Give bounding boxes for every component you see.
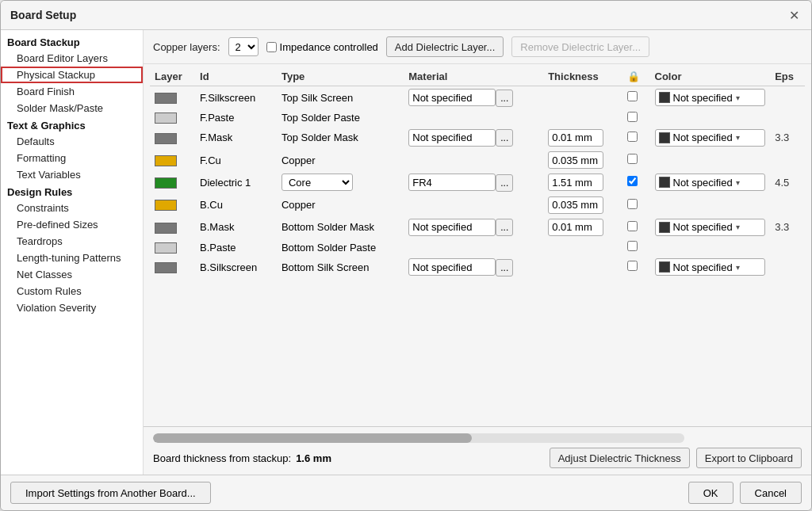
lock-checkbox[interactable] — [627, 241, 638, 251]
stackup-table: Layer Id Type Material Thickness 🔒 Color… — [150, 67, 805, 279]
layer-swatch — [155, 93, 177, 104]
color-cell: Not specified▾ — [650, 256, 771, 279]
material-cell: ... — [404, 127, 543, 150]
remove-dielectric-button[interactable]: Remove Dielectric Layer... — [511, 36, 649, 57]
thickness-input[interactable] — [548, 196, 603, 214]
sidebar-item-teardrops[interactable]: Teardrops — [1, 233, 143, 250]
chevron-down-icon: ▾ — [736, 178, 740, 187]
material-input[interactable] — [408, 89, 496, 106]
material-input[interactable] — [408, 258, 496, 276]
thickness-cell — [543, 216, 622, 239]
lock-checkbox[interactable] — [627, 221, 638, 231]
sidebar-item-pre-defined-sizes[interactable]: Pre-defined Sizes — [1, 216, 143, 233]
layer-id: F.Paste — [195, 109, 277, 127]
impedance-controlled-checkbox[interactable] — [266, 42, 277, 52]
material-dots-button[interactable]: ... — [496, 174, 513, 192]
color-cell: Not specified▾ — [650, 171, 771, 194]
horizontal-scrollbar[interactable] — [153, 433, 684, 443]
sidebar-group-0[interactable]: Board Stackup — [1, 33, 143, 50]
thickness-input[interactable] — [548, 151, 603, 169]
dialog-footer: Import Settings from Another Board... OK… — [1, 475, 811, 510]
color-dropdown[interactable]: Not specified▾ — [655, 129, 766, 147]
ok-button[interactable]: OK — [688, 482, 733, 504]
lock-checkbox[interactable] — [627, 112, 638, 122]
thickness-input[interactable] — [548, 174, 603, 191]
thickness-value: 1.6 mm — [296, 452, 331, 464]
layer-id: B.Silkscreen — [195, 256, 277, 279]
dialog-body: Board StackupBoard Editor LayersPhysical… — [1, 30, 811, 475]
thickness-cell — [543, 171, 622, 194]
material-dots-button[interactable]: ... — [496, 259, 513, 276]
copper-layers-label: Copper layers: — [153, 41, 220, 53]
material-input[interactable] — [408, 219, 496, 236]
eps-value — [770, 86, 805, 109]
impedance-controlled-label[interactable]: Impedance controlled — [266, 41, 378, 53]
layer-swatch — [155, 262, 177, 273]
lock-cell — [622, 256, 649, 279]
export-clipboard-button[interactable]: Export to Clipboard — [696, 448, 802, 468]
color-dropdown[interactable]: Not specified▾ — [655, 89, 766, 106]
color-cell — [650, 194, 771, 216]
lock-checkbox[interactable] — [627, 261, 638, 271]
thickness-input[interactable] — [548, 129, 603, 147]
layer-swatch — [155, 177, 177, 189]
table-row: B.SilkscreenBottom Silk Screen...Not spe… — [150, 256, 805, 279]
cancel-button[interactable]: Cancel — [740, 482, 802, 504]
table-row: B.CuCopper — [150, 194, 805, 216]
type-select[interactable]: Core — [282, 174, 353, 191]
sidebar-group-2[interactable]: Design Rules — [1, 183, 143, 200]
col-eps: Eps — [770, 67, 805, 86]
lock-checkbox[interactable] — [627, 199, 638, 209]
col-layer: Layer — [150, 67, 195, 86]
lock-checkbox[interactable] — [627, 91, 638, 101]
sidebar-item-custom-rules[interactable]: Custom Rules — [1, 283, 143, 299]
material-dots-button[interactable]: ... — [496, 129, 513, 147]
sidebar-item-violation-severity[interactable]: Violation Severity — [1, 299, 143, 316]
layer-swatch — [155, 133, 177, 144]
sidebar-item-physical-stackup[interactable]: Physical Stackup — [1, 67, 143, 83]
color-dropdown[interactable]: Not specified▾ — [655, 258, 766, 276]
sidebar-item-defaults[interactable]: Defaults — [1, 133, 143, 150]
chevron-down-icon: ▾ — [736, 263, 740, 272]
copper-layers-select[interactable]: 2 4 6 — [228, 37, 259, 56]
close-button[interactable]: ✕ — [786, 7, 802, 23]
color-label: Not specified — [673, 221, 733, 233]
color-dropdown[interactable]: Not specified▾ — [655, 174, 766, 191]
sidebar-group-1[interactable]: Text & Graphics — [1, 116, 143, 133]
sidebar-item-net-classes[interactable]: Net Classes — [1, 266, 143, 283]
layer-type: Bottom Silk Screen — [277, 256, 404, 279]
thickness-cell — [543, 149, 622, 171]
material-input[interactable] — [408, 174, 496, 191]
color-dropdown[interactable]: Not specified▾ — [655, 219, 766, 236]
eps-value — [770, 109, 805, 127]
layer-swatch — [155, 112, 177, 124]
sidebar-item-length-tuning-patterns[interactable]: Length-tuning Patterns — [1, 250, 143, 266]
material-dots-button[interactable]: ... — [496, 90, 513, 107]
sidebar-item-board-editor-layers[interactable]: Board Editor Layers — [1, 50, 143, 67]
import-settings-button[interactable]: Import Settings from Another Board... — [10, 482, 211, 504]
sidebar-item-formatting[interactable]: Formatting — [1, 150, 143, 166]
material-cell: ... — [404, 256, 543, 279]
lock-checkbox[interactable] — [627, 176, 638, 186]
thickness-label: Board thickness from stackup: — [153, 452, 291, 464]
sidebar-item-constraints[interactable]: Constraints — [1, 200, 143, 216]
lock-checkbox[interactable] — [627, 132, 638, 142]
lock-checkbox[interactable] — [627, 154, 638, 164]
thickness-cell — [543, 238, 622, 256]
thickness-input[interactable] — [548, 219, 603, 236]
sidebar-item-text-variables[interactable]: Text Variables — [1, 166, 143, 183]
material-dots-button[interactable]: ... — [496, 219, 513, 236]
sidebar-item-board-finish[interactable]: Board Finish — [1, 83, 143, 100]
bottom-bar: Board thickness from stackup: 1.6 mm Adj… — [144, 426, 811, 475]
adjust-dielectric-button[interactable]: Adjust Dielectric Thickness — [550, 448, 690, 468]
lock-cell — [622, 149, 649, 171]
lock-cell — [622, 171, 649, 194]
add-dielectric-button[interactable]: Add Dielectric Layer... — [386, 36, 504, 57]
material-input[interactable] — [408, 129, 496, 147]
material-cell — [404, 109, 543, 127]
lock-cell — [622, 86, 649, 109]
chevron-down-icon: ▾ — [736, 133, 740, 142]
col-id: Id — [195, 67, 277, 86]
lock-cell — [622, 194, 649, 216]
sidebar-item-solder-mask-paste[interactable]: Solder Mask/Paste — [1, 100, 143, 116]
